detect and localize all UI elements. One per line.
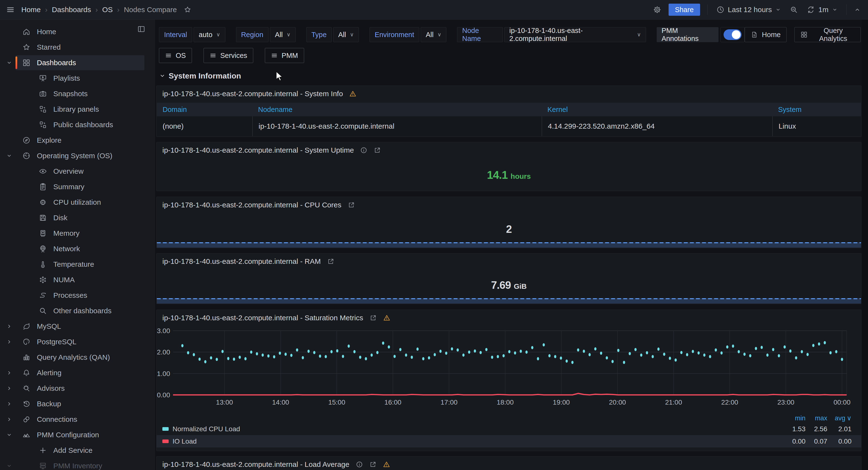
- info-icon[interactable]: [356, 461, 363, 468]
- sidebar-chevron[interactable]: [4, 323, 14, 330]
- external-link-icon[interactable]: [348, 201, 355, 209]
- sidebar-item-operating-system-os[interactable]: Operating System (OS): [0, 148, 155, 163]
- sidebar-item-disk[interactable]: Disk: [0, 210, 155, 225]
- sidebar-item-backup[interactable]: Backup: [0, 396, 155, 412]
- filter-label-interval[interactable]: Interval: [159, 27, 192, 42]
- warning-icon[interactable]: [349, 90, 356, 97]
- filter-label-region[interactable]: Region: [236, 27, 269, 42]
- panel-system-uptime-header[interactable]: ip-10-178-1-40.us-east-2.compute.interna…: [157, 142, 861, 154]
- sidebar-item-overview[interactable]: Overview: [0, 163, 155, 179]
- legend-row-normalized-cpu-load[interactable]: Normalized CPU Load1.532.562.01: [157, 423, 861, 435]
- info-icon[interactable]: [360, 147, 367, 154]
- sidebar-item-pmm-configuration[interactable]: PMM Configuration: [0, 427, 155, 443]
- favorite-star-icon[interactable]: [184, 6, 191, 13]
- time-range-picker[interactable]: Last 12 hours: [715, 5, 783, 14]
- sidebar-item-cpu-utilization[interactable]: CPU utilization: [0, 194, 155, 210]
- filter-value-node-name[interactable]: ip-10-178-1-40.us-east-2.compute.interna…: [504, 27, 646, 42]
- sidebar-item-summary[interactable]: Summary: [0, 179, 155, 194]
- panel-system-info-header[interactable]: ip-10-178-1-40.us-east-2.compute.interna…: [157, 86, 861, 98]
- sidebar-chevron[interactable]: [4, 416, 14, 422]
- hamburger-menu-icon[interactable]: [6, 6, 14, 14]
- filter-value-interval[interactable]: auto∨: [194, 27, 225, 42]
- sidebar-item-snapshots[interactable]: Snapshots: [0, 86, 155, 101]
- column-header-domain[interactable]: Domain: [157, 106, 252, 114]
- sidebar-chevron[interactable]: [4, 432, 14, 438]
- home-dashboard-button[interactable]: Home: [745, 27, 786, 42]
- sidebar-item-library-panels[interactable]: Library panels: [0, 101, 155, 117]
- sidebar-item-dashboards[interactable]: Dashboards: [0, 55, 155, 70]
- kiosk-caret-up-icon[interactable]: [854, 6, 861, 13]
- sidebar-chevron[interactable]: [4, 385, 14, 391]
- sidebar-item-connections[interactable]: Connections: [0, 412, 155, 427]
- quick-link-pmm[interactable]: PMM: [265, 48, 304, 63]
- quick-link-services[interactable]: Services: [204, 48, 253, 63]
- sidebar-item-starred[interactable]: Starred: [0, 39, 155, 55]
- filter-label-environment[interactable]: Environment: [370, 27, 419, 42]
- filter-label-type[interactable]: Type: [306, 27, 332, 42]
- pmm-annotations-toggle[interactable]: [720, 27, 745, 42]
- sidebar-chevron[interactable]: [4, 401, 14, 407]
- refresh-icon: [807, 6, 815, 14]
- data-point: [508, 350, 510, 353]
- column-header-kernel[interactable]: Kernel: [541, 106, 772, 114]
- warning-icon[interactable]: [383, 461, 390, 468]
- sidebar-item-network[interactable]: Network: [0, 241, 155, 256]
- breadcrumb-item-dashboards[interactable]: Dashboards: [52, 6, 91, 14]
- breadcrumb-item-os[interactable]: OS: [102, 6, 113, 14]
- external-link-icon[interactable]: [374, 147, 381, 154]
- external-link-icon[interactable]: [369, 461, 377, 468]
- scrollbar-gutter[interactable]: [862, 20, 868, 470]
- clock-icon: [716, 6, 724, 14]
- legend-row-io-load[interactable]: IO Load0.000.070.00: [157, 435, 861, 447]
- panel-ram-header[interactable]: ip-10-178-1-40.us-east-2.compute.interna…: [157, 253, 861, 265]
- sidebar-item-postgresql[interactable]: PostgreSQL: [0, 334, 155, 350]
- sidebar-chevron[interactable]: [4, 370, 14, 376]
- panel-load-average-header[interactable]: ip-10-178-1-40.us-east-2.compute.interna…: [157, 457, 861, 469]
- sidebar-chevron[interactable]: [4, 153, 14, 159]
- zoom-out-time-icon[interactable]: [790, 6, 798, 14]
- refresh-picker[interactable]: 1m: [805, 5, 839, 14]
- panel-cpu-cores-header[interactable]: ip-10-178-1-40.us-east-2.compute.interna…: [157, 197, 861, 209]
- sidebar-item-pmm-inventory[interactable]: PMM Inventory: [0, 458, 155, 470]
- sidebar-item-memory[interactable]: Memory: [0, 225, 155, 241]
- sidebar-item-alerting[interactable]: Alerting: [0, 365, 155, 381]
- sidebar-item-playlists[interactable]: Playlists: [0, 70, 155, 86]
- sidebar-item-public-dashboards[interactable]: Public dashboards: [0, 117, 155, 132]
- share-button[interactable]: Share: [669, 4, 700, 16]
- sidebar-item-processes[interactable]: Processes: [0, 288, 155, 303]
- warning-icon[interactable]: [383, 314, 391, 321]
- column-header-system[interactable]: System: [772, 106, 861, 114]
- dashboard-settings-gear-icon[interactable]: [653, 6, 661, 14]
- legend-sort-max[interactable]: max: [805, 414, 827, 422]
- breadcrumb-item-home[interactable]: Home: [21, 6, 41, 14]
- filter-value-region[interactable]: All∨: [270, 27, 296, 42]
- column-header-nodename[interactable]: Nodename: [252, 106, 541, 114]
- saturation-chart[interactable]: 0.001.002.003.0013:0014:0015:0016:0017:0…: [157, 324, 862, 410]
- breadcrumb-item-nodes-compare[interactable]: Nodes Compare: [124, 6, 177, 14]
- sidebar-item-numa[interactable]: NUMA: [0, 272, 155, 288]
- filter-value-environment[interactable]: All∨: [421, 27, 446, 42]
- sidebar-item-other-dashboards[interactable]: Other dashboards: [0, 303, 155, 319]
- sidebar-chevron[interactable]: [4, 339, 14, 345]
- sidebar-item-temperature[interactable]: Temperature: [0, 256, 155, 272]
- query-analytics-button[interactable]: Query Analytics: [794, 27, 861, 42]
- sidebar-item-home[interactable]: Home: [0, 24, 155, 39]
- legend-sort-min[interactable]: min: [784, 414, 805, 422]
- legend-sort-avg[interactable]: avg∨: [827, 414, 851, 422]
- sidebar-item-advisors[interactable]: Advisors: [0, 381, 155, 396]
- sidebar-item-mysql[interactable]: MySQL: [0, 319, 155, 334]
- filter-value-type[interactable]: All∨: [333, 27, 359, 42]
- quick-link-os[interactable]: OS: [159, 48, 192, 63]
- axis-tick-label: 13:00: [216, 399, 233, 406]
- external-link-icon[interactable]: [327, 258, 334, 265]
- sidebar-chevron[interactable]: [4, 463, 14, 469]
- section-system-information[interactable]: System Information: [159, 70, 241, 81]
- panel-saturation-header[interactable]: ip-10-178-1-40.us-east-2.compute.interna…: [157, 310, 861, 322]
- external-link-icon[interactable]: [370, 314, 377, 321]
- sidebar-item-add-service[interactable]: Add Service: [0, 443, 155, 458]
- sidebar-item-explore[interactable]: Explore: [0, 132, 155, 148]
- filter-label-node-name[interactable]: Node Name: [457, 27, 503, 42]
- sidebar-chevron[interactable]: [4, 60, 14, 66]
- data-point: [267, 354, 270, 357]
- sidebar-item-query-analytics-qan[interactable]: Query Analytics (QAN): [0, 350, 155, 365]
